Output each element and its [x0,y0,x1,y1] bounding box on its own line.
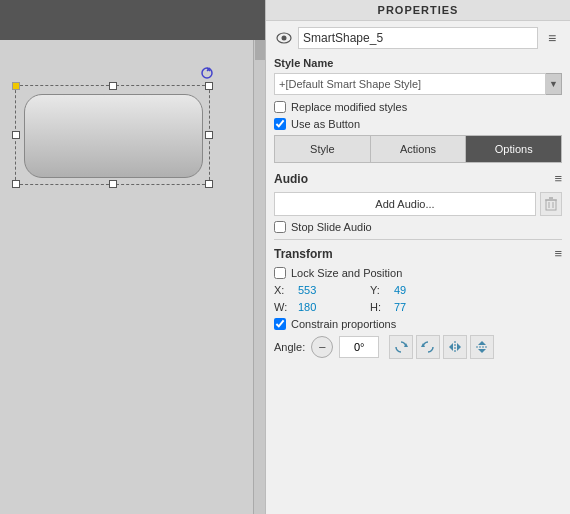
tabs-row: Style Actions Options [274,135,562,163]
replace-modified-checkbox[interactable] [274,101,286,113]
angle-label: Angle: [274,341,305,353]
handle-top-left[interactable] [12,82,20,90]
panel-body: ≡ Style Name +[Default Smart Shape Style… [266,21,570,514]
canvas-header [0,0,265,40]
shape-container [10,60,250,250]
lock-size-label: Lock Size and Position [291,267,402,279]
lock-size-checkbox[interactable] [274,267,286,279]
replace-modified-label: Replace modified styles [291,101,407,113]
scrollbar-thumb[interactable] [255,40,265,60]
scrollbar[interactable] [253,40,265,514]
handle-bottom-center[interactable] [109,180,117,188]
audio-menu-icon[interactable]: ≡ [554,171,562,186]
x-value[interactable]: 553 [298,284,328,296]
handle-bottom-left[interactable] [12,180,20,188]
svg-marker-12 [457,343,461,351]
handle-bottom-right[interactable] [205,180,213,188]
audio-section-header: Audio ≡ [274,171,562,186]
y-label: Y: [370,284,388,296]
style-dropdown-row: +[Default Smart Shape Style] ▼ [274,73,562,95]
handle-top-right[interactable] [205,82,213,90]
h-value[interactable]: 77 [394,301,424,313]
properties-panel: PROPERTIES ≡ Style Name +[Default Smart … [265,0,570,514]
transform-label: Transform [274,247,333,261]
angle-row: Angle: − [274,335,562,359]
rotate-icons-group [389,335,494,359]
handle-middle-left[interactable] [12,131,20,139]
handle-middle-right[interactable] [205,131,213,139]
rotate-ccw-icon[interactable] [416,335,440,359]
transform-section: Transform ≡ Lock Size and Position X: 55… [274,246,562,359]
style-section-label: Style Name [274,57,562,69]
stop-slide-audio-checkbox[interactable] [274,221,286,233]
trash-icon[interactable] [540,192,562,216]
handle-top-center[interactable] [109,82,117,90]
flip-horizontal-icon[interactable] [443,335,467,359]
shape-name-input[interactable] [298,27,538,49]
svg-marker-14 [478,341,486,345]
x-label: X: [274,284,292,296]
use-as-button-label: Use as Button [291,118,360,130]
stop-slide-audio-row: Stop Slide Audio [274,221,562,233]
angle-minus-button[interactable]: − [311,336,333,358]
tab-style[interactable]: Style [275,136,371,162]
rotate-cw-icon[interactable] [389,335,413,359]
tab-options[interactable]: Options [466,136,561,162]
svg-point-2 [282,36,287,41]
smart-shape[interactable] [24,94,203,178]
constrain-label: Constrain proportions [291,318,396,330]
use-as-button-row: Use as Button [274,118,562,130]
audio-label: Audio [274,172,308,186]
svg-marker-15 [478,349,486,353]
constrain-row: Constrain proportions [274,318,562,330]
h-label: H: [370,301,388,313]
transform-menu-icon[interactable]: ≡ [554,246,562,261]
divider [274,239,562,240]
transform-section-header: Transform ≡ [274,246,562,261]
wh-row: W: 180 H: 77 [274,301,562,313]
replace-modified-row: Replace modified styles [274,101,562,113]
dropdown-arrow-icon[interactable]: ▼ [546,73,562,95]
visibility-icon[interactable] [274,28,294,48]
use-as-button-checkbox[interactable] [274,118,286,130]
y-value[interactable]: 49 [394,284,424,296]
w-label: W: [274,301,292,313]
svg-marker-11 [449,343,453,351]
audio-row: Add Audio... [274,192,562,216]
style-dropdown[interactable]: +[Default Smart Shape Style] [274,73,546,95]
panel-title: PROPERTIES [266,0,570,21]
xy-row: X: 553 Y: 49 [274,284,562,296]
lock-size-row: Lock Size and Position [274,267,562,279]
angle-input[interactable] [339,336,379,358]
constrain-checkbox[interactable] [274,318,286,330]
canvas-area [0,0,265,514]
w-value[interactable]: 180 [298,301,328,313]
properties-menu-icon[interactable]: ≡ [542,28,562,48]
tab-actions[interactable]: Actions [371,136,467,162]
stop-slide-audio-label: Stop Slide Audio [291,221,372,233]
rotate-handle[interactable] [199,65,215,81]
add-audio-button[interactable]: Add Audio... [274,192,536,216]
name-row: ≡ [274,27,562,49]
flip-vertical-icon[interactable] [470,335,494,359]
svg-rect-3 [546,200,556,210]
selection-box [15,85,210,185]
svg-point-0 [202,68,212,78]
